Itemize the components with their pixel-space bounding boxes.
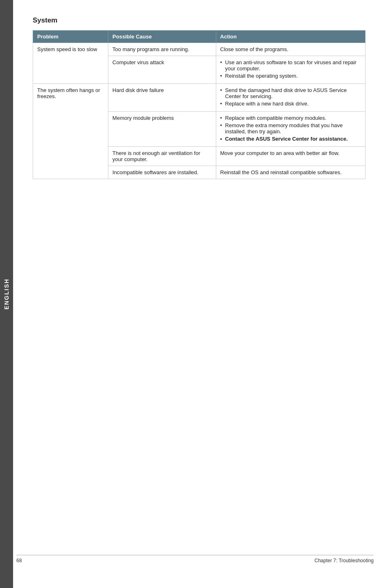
main-content: System Problem Possible Cause Action Sys… xyxy=(16,0,390,204)
section-title: System xyxy=(33,16,365,25)
sidebar-label: ENGLISH xyxy=(3,278,10,310)
cause-cell: Hard disk drive failure xyxy=(108,84,216,112)
action-cell: Move your computer to an area with bette… xyxy=(216,147,365,166)
action-cell: Replace with compatible memory modules.R… xyxy=(216,112,365,147)
page-number: 68 xyxy=(16,558,22,563)
action-item: Use an anti-virus software to scan for v… xyxy=(220,59,361,72)
footer: 68 Chapter 7: Troubleshooting xyxy=(16,555,374,563)
chapter-label: Chapter 7: Troubleshooting xyxy=(314,558,374,563)
troubleshooting-table: Problem Possible Cause Action System spe… xyxy=(33,30,365,179)
action-cell: Send the damaged hard disk drive to ASUS… xyxy=(216,84,365,112)
action-item: Contact the ASUS Service Center for assi… xyxy=(220,136,361,142)
cause-cell: Memory module problems xyxy=(108,112,216,147)
action-cell: Use an anti-virus software to scan for v… xyxy=(216,56,365,84)
problem-cell: System speed is too slow xyxy=(33,43,108,84)
action-item: Remove the extra memory modules that you… xyxy=(220,122,361,135)
table-row: The system often hangs or freezes.Hard d… xyxy=(33,84,365,112)
action-cell: Close some of the programs. xyxy=(216,43,365,56)
cause-cell: Computer virus attack xyxy=(108,56,216,84)
col-header-action: Action xyxy=(216,31,365,43)
cause-cell: Incompatible softwares are installed. xyxy=(108,166,216,179)
col-header-problem: Problem xyxy=(33,31,108,43)
sidebar: ENGLISH xyxy=(0,0,13,588)
action-cell: Reinstall the OS and reinstall compatibl… xyxy=(216,166,365,179)
table-row: System speed is too slowToo many program… xyxy=(33,43,365,56)
cause-cell: There is not enough air ventilation for … xyxy=(108,147,216,166)
col-header-possible-cause: Possible Cause xyxy=(108,31,216,43)
table-header-row: Problem Possible Cause Action xyxy=(33,31,365,43)
cause-cell: Too many programs are running. xyxy=(108,43,216,56)
action-item: Replace with compatible memory modules. xyxy=(220,115,361,121)
problem-cell: The system often hangs or freezes. xyxy=(33,84,108,179)
action-item: Reinstall the operating system. xyxy=(220,73,361,79)
action-item: Send the damaged hard disk drive to ASUS… xyxy=(220,87,361,99)
action-item: Replace with a new hard disk drive. xyxy=(220,101,361,107)
